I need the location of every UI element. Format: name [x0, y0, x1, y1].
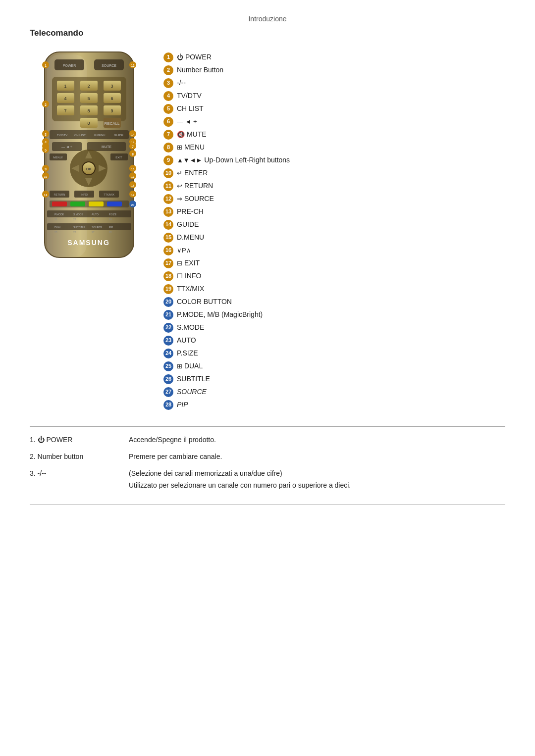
legend-item: 17⊟ EXIT: [163, 258, 505, 268]
section-title: Telecomando: [30, 28, 505, 38]
svg-text:OK: OK: [86, 167, 92, 171]
svg-rect-57: [52, 202, 67, 206]
svg-text:23: 23: [92, 218, 95, 221]
legend-text: GUIDE: [177, 219, 199, 230]
remote-svg: POWER SOURCE 1 2 3 4 5 6: [30, 47, 149, 260]
legend-badge: 27: [163, 387, 173, 397]
svg-text:1: 1: [64, 84, 66, 89]
legend-item: 12⇒ SOURCE: [163, 194, 505, 204]
legend-item: 15D.MENU: [163, 232, 505, 243]
legend-badge: 4: [163, 91, 173, 101]
svg-text:14: 14: [131, 133, 135, 136]
legend-badge: 7: [163, 130, 173, 140]
legend-text: ↩ RETURN: [177, 181, 213, 191]
svg-text:AUTO: AUTO: [92, 213, 99, 216]
legend-item: 13PRE-CH: [163, 206, 505, 217]
legend-item: 7🔇 MUTE: [163, 129, 505, 140]
legend-item: 6— ◄ +: [163, 116, 505, 127]
legend-text: D.MENU: [177, 232, 204, 243]
legend-item: 4TV/DTV: [163, 91, 505, 101]
legend-item: 18☐ INFO: [163, 271, 505, 281]
svg-rect-58: [70, 202, 85, 206]
svg-text:11: 11: [44, 194, 48, 197]
legend-badge: 20: [163, 297, 173, 307]
legend-badge: 6: [163, 117, 173, 127]
svg-text:1: 1: [45, 64, 47, 67]
legend-badge: 15: [163, 233, 173, 243]
page-title: Introduzione: [30, 15, 505, 23]
desc-label: 3. -/--: [30, 469, 129, 489]
legend-badge: 19: [163, 284, 173, 294]
legend-text: ⊞ DUAL: [177, 361, 203, 371]
page-container: Introduzione Telecomando: [0, 0, 535, 519]
legend-area: 1⏻ POWER2Number Button3-/--4TV/DTV5CH LI…: [163, 47, 505, 411]
legend-item: 11↩ RETURN: [163, 181, 505, 191]
legend-item: 25⊞ DUAL: [163, 361, 505, 371]
svg-text:19: 19: [131, 194, 135, 197]
legend-text: S.MODE: [177, 322, 204, 333]
svg-text:20: 20: [131, 203, 135, 206]
desc-row: 3. -/--(Selezione dei canali memorizzati…: [30, 469, 505, 489]
content-area: POWER SOURCE 1 2 3 4 5 6: [30, 47, 505, 411]
legend-badge: 16: [163, 246, 173, 255]
svg-text:CH LIST: CH LIST: [74, 134, 86, 137]
svg-text:P.MODE: P.MODE: [54, 213, 64, 216]
legend-text: 🔇 MUTE: [177, 129, 207, 140]
svg-rect-59: [89, 202, 104, 206]
legend-badge: 12: [163, 194, 173, 204]
svg-text:PIP: PIP: [109, 226, 113, 229]
legend-badge: 25: [163, 361, 173, 371]
legend-item: 5CH LIST: [163, 103, 505, 114]
legend-item: 19TTX/MIX: [163, 284, 505, 294]
legend-badge: 3: [163, 78, 173, 88]
desc-value: (Selezione dei canali memorizzati a una/…: [129, 469, 505, 489]
legend-text: CH LIST: [177, 103, 204, 114]
legend-text: ⏻ POWER: [177, 52, 212, 62]
legend-badge: 10: [163, 168, 173, 178]
legend-item: 14GUIDE: [163, 219, 505, 230]
legend-item: 26SUBTITLE: [163, 374, 505, 384]
svg-text:24: 24: [109, 218, 112, 221]
desc-value: Premere per cambiare canale.: [129, 453, 505, 460]
legend-badge: 23: [163, 336, 173, 346]
header-divider: [30, 25, 505, 25]
page-header: Introduzione: [30, 15, 505, 25]
legend-badge: 21: [163, 310, 173, 320]
svg-text:RETURN: RETURN: [54, 193, 65, 196]
svg-text:17: 17: [131, 175, 135, 178]
remote-illustration: POWER SOURCE 1 2 3 4 5 6: [30, 47, 149, 261]
svg-text:9: 9: [110, 108, 113, 113]
bottom-divider: [30, 504, 505, 504]
legend-text: -/--: [177, 78, 186, 88]
svg-text:6: 6: [110, 96, 113, 101]
svg-text:3: 3: [45, 133, 47, 136]
legend-text: ☐ INFO: [177, 271, 201, 281]
svg-text:SOURCE: SOURCE: [102, 64, 116, 67]
svg-text:MENU/: MENU/: [53, 156, 63, 159]
legend-text: SUBTITLE: [177, 374, 210, 384]
legend-text: P.SIZE: [177, 348, 198, 358]
svg-text:10: 10: [44, 175, 48, 178]
legend-item: 20COLOR BUTTON: [163, 297, 505, 307]
svg-text:0: 0: [87, 121, 90, 126]
svg-text:7: 7: [132, 145, 134, 149]
legend-item: 9▲▼◄► Up-Down Left-Right buttons: [163, 155, 505, 165]
svg-text:EXIT: EXIT: [115, 156, 122, 159]
svg-text:SAMSUNG: SAMSUNG: [67, 239, 110, 247]
legend-text: ⊞ MENU: [177, 142, 205, 152]
svg-text:DUAL: DUAL: [54, 226, 61, 229]
desc-label: 2. Number button: [30, 453, 129, 460]
svg-text:7: 7: [64, 108, 66, 113]
svg-text:4: 4: [64, 96, 66, 101]
legend-item: 16∨P∧: [163, 245, 505, 255]
descriptions-area: 1. ⏻ POWERAccende/Spegne il prodotto.2. …: [30, 426, 505, 489]
legend-badge: 1: [163, 52, 173, 62]
svg-text:16: 16: [131, 168, 135, 171]
svg-text:GUIDE: GUIDE: [114, 134, 123, 137]
legend-text: ↵ ENTER: [177, 168, 208, 178]
legend-text: P.MODE, M/B (MagicBright): [177, 309, 263, 320]
legend-badge: 2: [163, 65, 173, 75]
legend-item: 8⊞ MENU: [163, 142, 505, 152]
svg-text:S.MODE: S.MODE: [73, 213, 83, 216]
legend-text: ▲▼◄► Up-Down Left-Right buttons: [177, 155, 290, 165]
